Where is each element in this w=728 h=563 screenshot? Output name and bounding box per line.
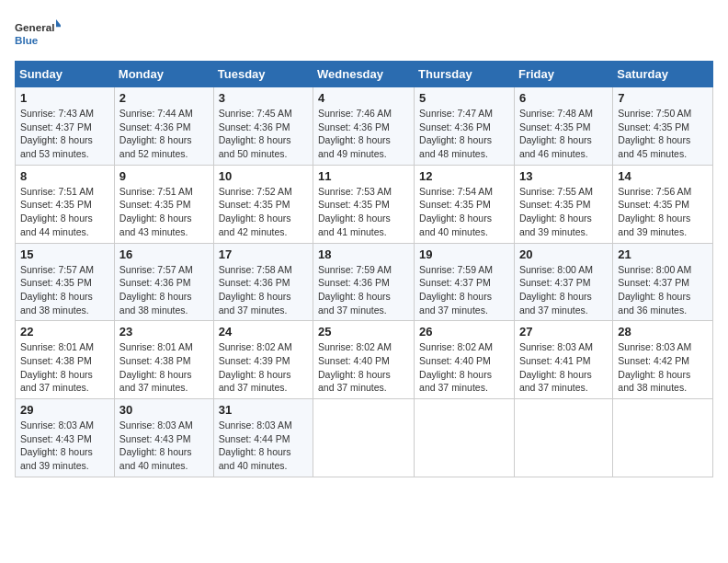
calendar-cell: 19Sunrise: 7:59 AMSunset: 4:37 PMDayligh… [415,243,515,321]
calendar-table: SundayMondayTuesdayWednesdayThursdayFrid… [15,61,713,477]
calendar-cell: 10Sunrise: 7:52 AMSunset: 4:35 PMDayligh… [213,165,313,243]
day-info: Sunrise: 7:48 AMSunset: 4:35 PMDaylight:… [519,107,608,161]
calendar-header-row: SundayMondayTuesdayWednesdayThursdayFrid… [16,62,713,87]
day-number: 28 [618,325,708,339]
day-number: 19 [419,247,509,261]
calendar-cell: 27Sunrise: 8:03 AMSunset: 4:41 PMDayligh… [514,321,612,399]
day-number: 25 [318,325,409,339]
day-info: Sunrise: 8:01 AMSunset: 4:38 PMDaylight:… [119,340,209,395]
day-info: Sunrise: 8:00 AMSunset: 4:37 PMDaylight:… [618,263,708,317]
day-header-wednesday: Wednesday [313,62,415,87]
svg-text:General: General [15,21,54,33]
day-info: Sunrise: 7:46 AMSunset: 4:36 PMDaylight:… [318,107,409,161]
day-number: 30 [119,403,209,417]
day-info: Sunrise: 7:53 AMSunset: 4:35 PMDaylight:… [318,185,409,239]
calendar-cell: 30Sunrise: 8:03 AMSunset: 4:43 PMDayligh… [114,399,213,477]
calendar-cell: 8Sunrise: 7:51 AMSunset: 4:35 PMDaylight… [16,165,115,243]
logo-svg: General Blue [15,15,61,52]
day-header-tuesday: Tuesday [213,62,313,87]
day-number: 27 [519,325,608,339]
day-info: Sunrise: 7:47 AMSunset: 4:36 PMDaylight:… [419,107,509,161]
calendar-cell: 20Sunrise: 8:00 AMSunset: 4:37 PMDayligh… [514,243,612,321]
calendar-cell: 17Sunrise: 7:58 AMSunset: 4:36 PMDayligh… [213,243,313,321]
day-number: 9 [119,169,209,183]
day-number: 15 [20,247,109,261]
day-number: 24 [219,325,308,339]
calendar-week-2: 8Sunrise: 7:51 AMSunset: 4:35 PMDaylight… [16,165,713,243]
day-number: 7 [618,91,708,105]
day-number: 3 [219,91,308,105]
calendar-cell: 29Sunrise: 8:03 AMSunset: 4:43 PMDayligh… [16,399,115,477]
day-info: Sunrise: 7:51 AMSunset: 4:35 PMDaylight:… [119,185,209,239]
calendar-cell: 2Sunrise: 7:44 AMSunset: 4:36 PMDaylight… [114,87,213,166]
calendar-cell: 21Sunrise: 8:00 AMSunset: 4:37 PMDayligh… [613,243,713,321]
calendar-cell: 26Sunrise: 8:02 AMSunset: 4:40 PMDayligh… [415,321,515,399]
calendar-week-3: 15Sunrise: 7:57 AMSunset: 4:35 PMDayligh… [16,243,713,321]
day-info: Sunrise: 8:02 AMSunset: 4:40 PMDaylight:… [318,340,409,395]
day-info: Sunrise: 8:03 AMSunset: 4:43 PMDaylight:… [20,419,109,473]
day-info: Sunrise: 7:50 AMSunset: 4:35 PMDaylight:… [618,107,708,161]
day-info: Sunrise: 8:03 AMSunset: 4:43 PMDaylight:… [119,419,209,473]
calendar-cell: 16Sunrise: 7:57 AMSunset: 4:36 PMDayligh… [114,243,213,321]
day-info: Sunrise: 8:03 AMSunset: 4:44 PMDaylight:… [219,419,308,473]
day-number: 18 [318,247,409,261]
day-number: 26 [419,325,509,339]
svg-marker-2 [56,19,61,27]
day-header-monday: Monday [114,62,213,87]
day-number: 1 [20,91,109,105]
day-info: Sunrise: 7:57 AMSunset: 4:35 PMDaylight:… [20,263,109,317]
day-number: 11 [318,169,409,183]
day-info: Sunrise: 7:45 AMSunset: 4:36 PMDaylight:… [219,107,308,161]
day-info: Sunrise: 7:58 AMSunset: 4:36 PMDaylight:… [219,263,308,317]
logo: General Blue [15,15,61,52]
calendar-cell: 18Sunrise: 7:59 AMSunset: 4:36 PMDayligh… [313,243,415,321]
day-number: 20 [519,247,608,261]
calendar-body: 1Sunrise: 7:43 AMSunset: 4:37 PMDaylight… [16,87,713,477]
day-info: Sunrise: 7:44 AMSunset: 4:36 PMDaylight:… [119,107,209,161]
day-number: 10 [219,169,308,183]
calendar-cell: 6Sunrise: 7:48 AMSunset: 4:35 PMDaylight… [514,87,612,166]
day-number: 16 [119,247,209,261]
day-number: 29 [20,403,109,417]
calendar-cell: 28Sunrise: 8:03 AMSunset: 4:42 PMDayligh… [613,321,713,399]
day-number: 12 [419,169,509,183]
day-number: 31 [219,403,308,417]
calendar-cell: 14Sunrise: 7:56 AMSunset: 4:35 PMDayligh… [613,165,713,243]
day-number: 21 [618,247,708,261]
calendar-cell: 13Sunrise: 7:55 AMSunset: 4:35 PMDayligh… [514,165,612,243]
calendar-cell: 12Sunrise: 7:54 AMSunset: 4:35 PMDayligh… [415,165,515,243]
day-info: Sunrise: 8:03 AMSunset: 4:41 PMDaylight:… [519,340,608,395]
calendar-cell [514,399,612,477]
calendar-cell: 31Sunrise: 8:03 AMSunset: 4:44 PMDayligh… [213,399,313,477]
calendar-cell: 7Sunrise: 7:50 AMSunset: 4:35 PMDaylight… [613,87,713,166]
calendar-cell [415,399,515,477]
day-number: 22 [20,325,109,339]
day-number: 14 [618,169,708,183]
day-number: 13 [519,169,608,183]
calendar-cell: 5Sunrise: 7:47 AMSunset: 4:36 PMDaylight… [415,87,515,166]
day-header-sunday: Sunday [16,62,115,87]
day-info: Sunrise: 7:54 AMSunset: 4:35 PMDaylight:… [419,185,509,239]
calendar-week-5: 29Sunrise: 8:03 AMSunset: 4:43 PMDayligh… [16,399,713,477]
calendar-cell: 3Sunrise: 7:45 AMSunset: 4:36 PMDaylight… [213,87,313,166]
day-header-saturday: Saturday [613,62,713,87]
calendar-cell [313,399,415,477]
day-info: Sunrise: 8:02 AMSunset: 4:39 PMDaylight:… [219,340,308,395]
day-info: Sunrise: 8:02 AMSunset: 4:40 PMDaylight:… [419,340,509,395]
calendar-cell: 24Sunrise: 8:02 AMSunset: 4:39 PMDayligh… [213,321,313,399]
day-number: 17 [219,247,308,261]
day-info: Sunrise: 8:00 AMSunset: 4:37 PMDaylight:… [519,263,608,317]
day-info: Sunrise: 7:43 AMSunset: 4:37 PMDaylight:… [20,107,109,161]
calendar-cell: 22Sunrise: 8:01 AMSunset: 4:38 PMDayligh… [16,321,115,399]
day-number: 8 [20,169,109,183]
calendar-cell: 25Sunrise: 8:02 AMSunset: 4:40 PMDayligh… [313,321,415,399]
day-number: 6 [519,91,608,105]
day-header-thursday: Thursday [415,62,515,87]
calendar-week-4: 22Sunrise: 8:01 AMSunset: 4:38 PMDayligh… [16,321,713,399]
day-header-friday: Friday [514,62,612,87]
calendar-cell [613,399,713,477]
calendar-cell: 4Sunrise: 7:46 AMSunset: 4:36 PMDaylight… [313,87,415,166]
day-number: 4 [318,91,409,105]
day-number: 5 [419,91,509,105]
day-info: Sunrise: 7:51 AMSunset: 4:35 PMDaylight:… [20,185,109,239]
